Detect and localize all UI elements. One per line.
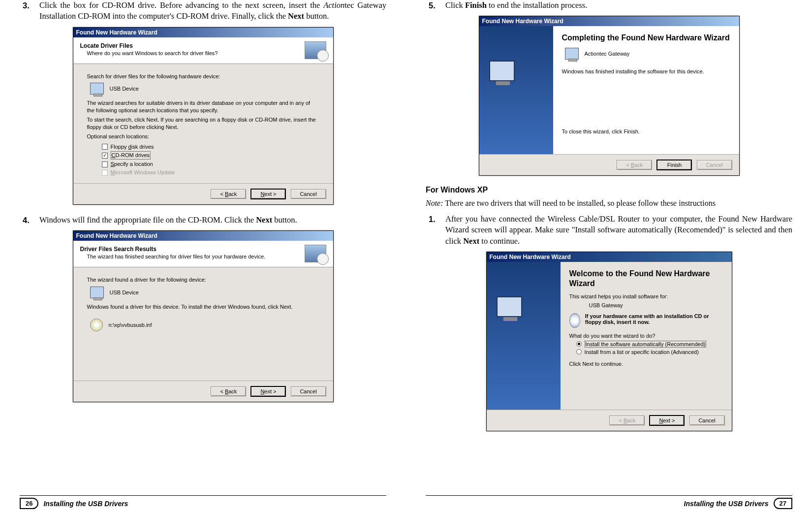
checkbox-specify[interactable]: Specify a location — [102, 161, 319, 168]
wizard-header-subtitle: The wizard has finished searching for dr… — [87, 254, 326, 259]
wizard-header: Driver Files Search Results The wizard h… — [73, 241, 333, 267]
checkbox-floppy[interactable]: Floppy disk drives — [102, 143, 319, 151]
window-titlebar: Found New Hardware Wizard — [73, 231, 333, 241]
checkbox-list: Floppy disk drives ✓ CD-ROM drives Speci… — [102, 143, 319, 176]
body-text: Search for driver files for the followin… — [87, 73, 319, 80]
device-label: USB Device — [110, 289, 139, 296]
monitor-icon — [90, 83, 104, 95]
wizard-header-title: Driver Files Search Results — [80, 246, 326, 253]
text-italic: Action — [323, 0, 344, 10]
body-text: Windows found a driver for this device. … — [87, 303, 319, 311]
text: to continue. — [479, 236, 520, 246]
checkbox-windows-update: Microsoft Windows Update — [102, 169, 319, 176]
step-5: 5. Click Finish to end the installation … — [426, 0, 792, 11]
step-number: 1. — [426, 214, 445, 247]
step-1-xp: 1. After you have connected the Wireless… — [426, 214, 792, 247]
body-text: To start the search, click Next. If you … — [87, 116, 319, 131]
wizard-button-row: < Back Next > Cancel — [487, 410, 732, 431]
device-label: USB Gateway — [589, 302, 723, 308]
page-footer-left: 26 Installing the USB Drivers — [20, 495, 386, 509]
note-body: There are two drivers that will need to … — [443, 199, 716, 207]
close-text: To close this wizard, click Finish. — [562, 128, 730, 134]
window-titlebar: Found New Hardware Wizard — [73, 28, 333, 37]
checkbox-cdrom[interactable]: ✓ CD-ROM drives — [102, 151, 319, 160]
text: button. — [304, 11, 329, 21]
options-label: Optional search locations: — [87, 133, 319, 140]
text-bold: Next — [288, 11, 304, 21]
window-titlebar: Found New Hardware Wizard — [487, 252, 732, 262]
what-text: What do you want the wizard to do? — [569, 333, 723, 339]
wizard-button-row: < Back Finish Cancel — [479, 154, 739, 175]
window-titlebar: Found New Hardware Wizard — [479, 16, 739, 26]
wizard-header-icon — [305, 245, 326, 262]
page-26: 3. Click the box for CD-ROM drive. Befor… — [0, 0, 406, 514]
text-bold: Finish — [465, 0, 487, 10]
radio-install-list[interactable]: Install from a list or specific location… — [576, 349, 723, 355]
wizard-body: Search for driver files for the followin… — [73, 64, 333, 183]
wizard-main: Completing the Found New Hardware Wizard… — [553, 26, 739, 154]
wizard-completing: Found New Hardware Wizard Completing the… — [479, 16, 740, 176]
step-text: Windows will find the appropriate file o… — [39, 215, 386, 225]
page-number: 26 — [20, 498, 38, 509]
step-4: 4. Windows will find the appropriate fil… — [20, 215, 386, 225]
text: Click the box for CD-ROM drive. Before a… — [39, 0, 323, 10]
cancel-button[interactable]: Cancel — [291, 386, 326, 396]
device-row: Actiontec Gateway — [565, 48, 730, 60]
text-bold: Next — [463, 236, 479, 246]
back-button: < Back — [617, 160, 652, 170]
step-text: Click Finish to end the installation pro… — [445, 0, 792, 11]
wizard-side-graphic — [479, 26, 553, 154]
body-text: The wizard found a driver for the follow… — [87, 276, 319, 284]
monitor-icon — [489, 61, 515, 81]
wizard-split: Welcome to the Found New Hardware Wizard… — [487, 262, 732, 410]
wizard-search-results: Found New Hardware Wizard Driver Files S… — [73, 230, 334, 402]
cancel-button[interactable]: Cancel — [689, 416, 725, 425]
section-heading-windows-xp: For Windows XP — [426, 186, 792, 194]
cd-icon — [90, 319, 103, 331]
page-footer-right: Installing the USB Drivers 27 — [426, 495, 792, 509]
step-number: 3. — [20, 0, 39, 22]
footer-title: Installing the USB Drivers — [684, 500, 769, 508]
cancel-button[interactable]: Cancel — [291, 189, 326, 199]
finish-button[interactable]: Finish — [656, 160, 692, 170]
radio-icon — [576, 341, 582, 347]
device-label: USB Device — [110, 85, 139, 93]
wizard-main-title: Completing the Found New Hardware Wizard — [562, 33, 730, 43]
back-button[interactable]: < Back — [211, 189, 246, 199]
cd-hint-row: If your hardware came with an installati… — [569, 313, 723, 328]
text: Windows will find the appropriate file o… — [39, 215, 256, 225]
radio-group: Install the software automatically (Reco… — [576, 341, 723, 355]
page-number: 27 — [774, 498, 792, 509]
wizard-locate-driver-files: Found New Hardware Wizard Locate Driver … — [73, 27, 334, 205]
wizard-button-row: < Back Next > Cancel — [73, 183, 333, 204]
text: Click — [445, 0, 465, 10]
cd-hint-text: If your hardware came with an installati… — [585, 313, 723, 325]
step-number: 5. — [426, 0, 445, 11]
monitor-icon — [90, 287, 104, 298]
checkbox-icon — [102, 144, 108, 150]
step-3: 3. Click the box for CD-ROM drive. Befor… — [20, 0, 386, 22]
wizard-header-title: Locate Driver Files — [80, 42, 326, 49]
finished-text: Windows has finished installing the soft… — [562, 68, 730, 74]
wizard-side-graphic — [487, 262, 561, 410]
wizard-body: The wizard found a driver for the follow… — [73, 267, 333, 381]
driver-path-row: n:\xp\vvbususb.inf — [90, 319, 319, 331]
wizard-xp-welcome: Found New Hardware Wizard Welcome to the… — [486, 252, 732, 431]
next-button[interactable]: Next > — [649, 415, 685, 426]
step-number: 4. — [20, 215, 39, 225]
wizard-header-subtitle: Where do you want Windows to search for … — [87, 50, 326, 56]
footer-title: Installing the USB Drivers — [43, 500, 128, 508]
wizard-header-icon — [305, 41, 326, 59]
wizard-main: Welcome to the Found New Hardware Wizard… — [561, 262, 732, 410]
back-button[interactable]: < Back — [211, 386, 246, 396]
wizard-header: Locate Driver Files Where do you want Wi… — [73, 37, 333, 64]
next-button[interactable]: Next > — [250, 386, 286, 397]
radio-install-auto[interactable]: Install the software automatically (Reco… — [576, 341, 723, 348]
driver-path: n:\xp\vvbususb.inf — [109, 321, 152, 329]
device-label: Actiontec Gateway — [585, 51, 630, 57]
radio-icon — [576, 349, 582, 354]
next-button[interactable]: Next > — [250, 189, 286, 199]
checkbox-icon — [102, 161, 108, 167]
helps-text: This wizard helps you install software f… — [569, 293, 723, 299]
wizard-button-row: < Back Next > Cancel — [73, 381, 333, 402]
